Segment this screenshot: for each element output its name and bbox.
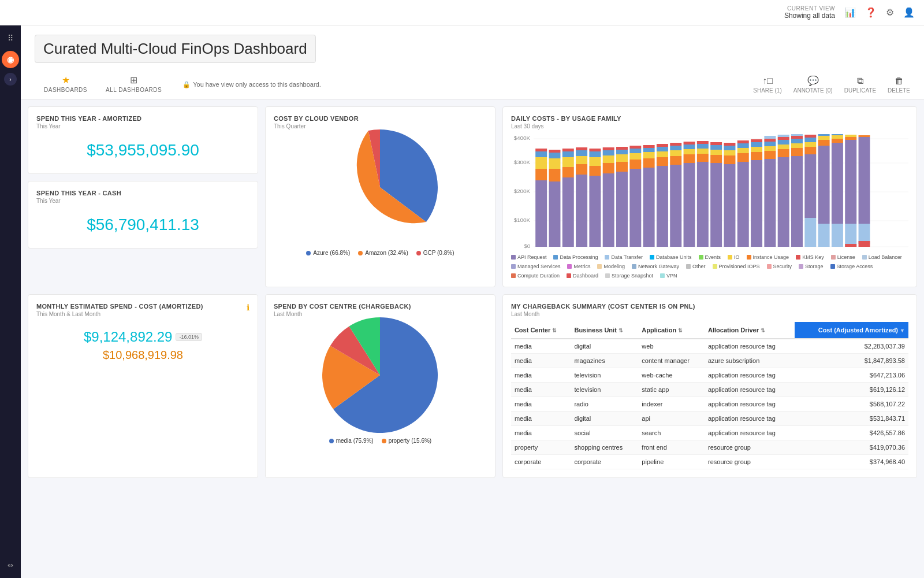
svg-rect-131: [845, 135, 856, 137]
bar-chart-svg: $400K $300K $200K $100K $0: [511, 134, 908, 250]
legend-license: License: [831, 254, 855, 260]
svg-rect-116: [804, 138, 816, 142]
svg-rect-103: [778, 144, 789, 149]
legend-instance-usage: Instance Usage: [747, 254, 789, 260]
col-allocation-driver: Allocation Driver ⇅: [705, 322, 795, 339]
instance-usage-color: [747, 255, 751, 260]
chart-icon[interactable]: 📊: [844, 7, 856, 18]
cell-cost: $1,847,893.58: [795, 354, 908, 368]
svg-rect-69: [683, 142, 695, 144]
duplicate-action[interactable]: ⧉ DUPLICATE: [844, 76, 876, 94]
svg-rect-54: [643, 145, 655, 148]
pie-container: Azure (66.8%) Amazon (32.4%) GCP (0.8%): [274, 129, 487, 256]
svg-rect-135: [858, 135, 870, 137]
current-view-value[interactable]: Showing all data: [784, 12, 835, 20]
cell-cost-center: media: [511, 412, 571, 426]
svg-rect-26: [576, 164, 587, 175]
tab-dashboards[interactable]: ★ DASHBOARDS: [35, 70, 96, 99]
cell-cost: $647,213.06: [795, 368, 908, 383]
compute-duration-color: [511, 273, 516, 278]
svg-rect-137: [858, 241, 870, 247]
sidebar-nav-arrow[interactable]: ›: [4, 73, 17, 86]
spend-cash-value: $56,790,411.13: [36, 216, 249, 240]
sort-allocation-driver-icon[interactable]: ⇅: [761, 328, 765, 334]
table-row: media radio indexer application resource…: [511, 397, 908, 412]
settings-icon[interactable]: ⚙: [886, 7, 894, 18]
annotate-label: ANNOTATE (0): [793, 87, 833, 94]
monthly-main-value: $9,124,892.29: [84, 329, 172, 345]
svg-rect-105: [778, 137, 789, 140]
legend-vpn: VPN: [660, 273, 677, 279]
annotate-action[interactable]: 💬 ANNOTATE (0): [793, 75, 833, 94]
sort-cost-center-icon[interactable]: ⇅: [552, 328, 557, 334]
dashboard-bottom-row: MONTHLY ESTIMATED SPEND - COST (AMORTIZE…: [21, 294, 924, 485]
svg-rect-21: [562, 167, 574, 177]
chargeback-table-container[interactable]: Cost Center ⇅ Business Unit ⇅ Applicatio…: [511, 322, 908, 469]
media-dot: [329, 439, 334, 443]
cost-centre-legend: media (75.9%) property (15.6%): [329, 438, 432, 444]
monthly-spend-card: MONTHLY ESTIMATED SPEND - COST (AMORTIZE…: [28, 294, 258, 478]
svg-rect-55: [657, 166, 668, 247]
cell-cost: $426,557.86: [795, 426, 908, 440]
svg-rect-13: [535, 151, 547, 157]
svg-rect-115: [804, 142, 816, 147]
cost-centre-subtitle: Last Month: [274, 311, 487, 317]
top-bar-icons: 📊 ❓ ⚙ 👤: [844, 7, 915, 18]
cost-by-cloud-card: COST BY CLOUD VENDOR This Quarter: [265, 106, 495, 287]
tab-all-dashboards[interactable]: ⊞ ALL DASHBOARDS: [96, 70, 171, 99]
help-icon[interactable]: ❓: [865, 7, 877, 18]
tabs: ★ DASHBOARDS ⊞ ALL DASHBOARDS: [35, 70, 171, 99]
sidebar-logo-icon[interactable]: ◉: [2, 51, 19, 68]
cell-business-unit: radio: [571, 397, 638, 412]
amazon-label: Amazon (32.4%): [365, 250, 408, 256]
sidebar-grid-icon[interactable]: ⠿: [2, 30, 18, 46]
cell-cost-center: media: [511, 339, 571, 354]
cell-business-unit: television: [571, 368, 638, 383]
svg-text:$100K: $100K: [513, 217, 531, 223]
cell-cost: $2,283,037.39: [795, 339, 908, 354]
sort-cost-icon[interactable]: ▼: [900, 328, 905, 334]
sort-application-icon[interactable]: ⇅: [678, 328, 683, 334]
svg-rect-43: [616, 150, 628, 154]
lock-icon: 🔒: [182, 81, 191, 88]
svg-rect-27: [576, 156, 587, 164]
info-icon[interactable]: ℹ: [247, 303, 249, 312]
cell-allocation-driver: resource group: [705, 455, 795, 469]
storage-snapshot-color: [605, 273, 610, 278]
svg-rect-51: [643, 158, 655, 168]
view-notice: 🔒 You have view only access to this dash…: [182, 81, 321, 88]
svg-rect-95: [764, 159, 776, 247]
cell-cost-center: media: [511, 368, 571, 383]
legend-gcp: GCP (0.8%): [416, 250, 454, 256]
sidebar-expand-icon[interactable]: ⇔: [2, 557, 18, 573]
svg-rect-40: [616, 172, 628, 247]
svg-rect-80: [724, 164, 735, 247]
io-color: [728, 255, 732, 260]
cell-application: indexer: [638, 397, 705, 412]
delete-action[interactable]: 🗑 DELETE: [888, 76, 910, 94]
svg-rect-74: [697, 141, 709, 144]
share-icon: ↑□: [762, 76, 773, 86]
storage-access-color: [830, 264, 835, 269]
svg-rect-75: [710, 163, 722, 247]
spend-column: SPEND THIS YEAR - AMORTIZED This Year $5…: [28, 106, 258, 287]
sort-business-unit-icon[interactable]: ⇅: [619, 328, 623, 334]
cost-centre-title: SPEND BY COST CENTRE (CHARGEBACK): [274, 303, 487, 310]
cell-cost: $619,126.12: [795, 383, 908, 397]
share-action[interactable]: ↑□ SHARE (1): [753, 76, 781, 94]
svg-rect-49: [629, 146, 641, 149]
data-transfer-color: [605, 255, 609, 260]
svg-rect-120: [818, 140, 830, 146]
svg-rect-89: [737, 140, 749, 143]
svg-rect-96: [764, 151, 776, 159]
col-application: Application ⇅: [638, 322, 705, 339]
col-cost[interactable]: Cost (Adjusted Amortized) ▼: [795, 322, 908, 339]
vpn-color: [660, 273, 665, 278]
svg-rect-130: [845, 137, 856, 140]
svg-rect-84: [724, 143, 735, 146]
cell-application: content manager: [638, 354, 705, 368]
svg-rect-16: [549, 169, 560, 181]
svg-rect-99: [764, 139, 776, 142]
sidebar: ⠿ ◉ › ⇔: [0, 25, 21, 578]
user-icon[interactable]: 👤: [903, 7, 915, 18]
